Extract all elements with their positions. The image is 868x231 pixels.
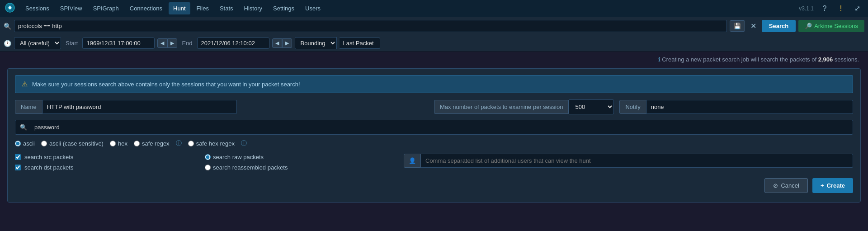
logo — [5, 2, 15, 14]
checkbox-group: search src packets search dst packets — [15, 154, 105, 171]
search-dst-label: search dst packets — [24, 164, 73, 171]
search-dst-checkbox[interactable]: search dst packets — [15, 164, 105, 171]
clock-icon[interactable]: 🕐 — [4, 40, 11, 47]
radio-safe-regex[interactable]: safe regex — [134, 140, 170, 147]
safe-hex-regex-help-icon[interactable]: ⓘ — [241, 139, 247, 147]
max-packets-label: Max number of packets to examine per ses… — [434, 100, 569, 114]
end-date-input[interactable] — [197, 38, 269, 49]
create-label: Create — [827, 182, 845, 189]
nav-spiview[interactable]: SPIView — [56, 2, 87, 14]
clear-button[interactable]: ✕ — [748, 21, 759, 31]
radio-safe-hex-regex-label: safe hex regex — [196, 140, 235, 147]
radio-reassembled-label: search reassembled packets — [213, 164, 288, 171]
nav-spigraph[interactable]: SPIGraph — [89, 2, 123, 14]
bounding-value: Last Packet — [340, 38, 380, 49]
nav-users[interactable]: Users — [301, 2, 325, 14]
radio-ascii-sensitive-label: ascii (case sensitive) — [49, 140, 104, 147]
cancel-label: Cancel — [781, 182, 799, 189]
arkime-icon: 🔎 — [805, 23, 812, 29]
radio-hex[interactable]: hex — [110, 140, 127, 147]
alert-message: Make sure your sessions search above con… — [32, 81, 300, 88]
radio-packet-group: search raw packets search reassembled pa… — [205, 154, 304, 171]
users-input[interactable] — [421, 154, 853, 168]
users-icon: 👤 — [404, 154, 421, 168]
start-label: Start — [64, 40, 80, 47]
nav-sessions[interactable]: Sessions — [21, 2, 54, 14]
search-term-row: 🔍 — [15, 120, 853, 135]
end-nav-arrows: ◀ ▶ — [272, 38, 292, 48]
radio-raw-packets[interactable]: search raw packets — [205, 154, 304, 160]
time-range-select[interactable]: All (careful) — [14, 37, 61, 49]
end-label: End — [180, 40, 194, 47]
users-field-wrap: 👤 — [404, 154, 853, 168]
end-prev-button[interactable]: ◀ — [272, 38, 282, 48]
info-text-after: sessions. — [835, 56, 859, 63]
nav-settings[interactable]: Settings — [269, 2, 299, 14]
search-input[interactable] — [14, 20, 727, 32]
arkime-sessions-button[interactable]: 🔎 Arkime Sessions — [798, 20, 864, 32]
radio-raw-packets-label: search raw packets — [213, 154, 264, 160]
export-button[interactable]: 💾 — [730, 20, 745, 32]
start-date-input[interactable] — [82, 38, 155, 49]
nav-history[interactable]: History — [240, 2, 267, 14]
safe-regex-help-icon[interactable]: ⓘ — [176, 139, 182, 147]
main-content: ℹ Creating a new packet search job will … — [0, 52, 868, 207]
start-prev-button[interactable]: ◀ — [157, 38, 167, 48]
info-text-before: Creating a new packet search job will se… — [662, 56, 818, 63]
hunt-card: ⚠ Make sure your sessions search above c… — [7, 68, 861, 203]
radio-hex-label: hex — [118, 140, 127, 147]
nav-items: Sessions SPIView SPIGraph Connections Hu… — [21, 2, 799, 14]
nav-files[interactable]: Files — [192, 2, 213, 14]
notify-label: Notify — [619, 100, 646, 114]
search-term-icon: 🔍 — [15, 120, 32, 134]
create-button[interactable]: + Create — [812, 178, 853, 193]
radio-safe-regex-label: safe regex — [142, 140, 170, 147]
search-src-checkbox[interactable]: search src packets — [15, 154, 105, 160]
radio-ascii-label: ascii — [23, 140, 35, 147]
search-row: 🔍 💾 ✕ Search 🔎 Arkime Sessions — [0, 17, 868, 35]
search-term-input[interactable] — [32, 120, 853, 134]
start-next-button[interactable]: ▶ — [167, 38, 177, 48]
search-button[interactable]: Search — [762, 20, 796, 32]
end-next-button[interactable]: ▶ — [282, 38, 292, 48]
checkboxes-row: search src packets search dst packets se… — [8, 154, 860, 171]
radio-ascii-sensitive[interactable]: ascii (case sensitive) — [41, 140, 104, 147]
version-label: v3.1.1 — [799, 5, 814, 12]
svg-point-1 — [9, 6, 11, 9]
bounding-select[interactable]: Bounding — [295, 37, 337, 49]
nav-stats[interactable]: Stats — [215, 2, 238, 14]
nav-icon-group: ? ! ⤢ — [818, 2, 863, 15]
cancel-icon: ⊘ — [773, 182, 778, 189]
filter-row: 🕐 All (careful) Start ◀ ▶ End ◀ ▶ Boundi… — [0, 35, 868, 52]
alert-banner: ⚠ Make sure your sessions search above c… — [15, 75, 853, 93]
info-line: ℹ Creating a new packet search job will … — [7, 56, 861, 63]
radio-row: ascii ascii (case sensitive) hex safe re… — [8, 139, 860, 154]
help-icon[interactable]: ? — [818, 2, 831, 15]
radio-ascii[interactable]: ascii — [15, 140, 35, 147]
notify-input[interactable] — [646, 100, 853, 114]
search-icon[interactable]: 🔍 — [4, 23, 11, 30]
search-src-label: search src packets — [24, 154, 73, 160]
cancel-button[interactable]: ⊘ Cancel — [764, 178, 807, 193]
create-icon: + — [821, 182, 824, 189]
name-label: Name — [15, 100, 42, 114]
max-packets-select[interactable]: 500 100 200 1000 2000 — [569, 99, 614, 114]
sessions-count: 2,906 — [818, 56, 833, 63]
nav-hunt[interactable]: Hunt — [169, 2, 190, 14]
form-fields-row: Name Max number of packets to examine pe… — [8, 99, 860, 120]
info-icon: ℹ — [658, 56, 660, 63]
name-input[interactable] — [42, 100, 237, 114]
alert-icon: ⚠ — [22, 80, 28, 88]
alert-icon[interactable]: ! — [835, 2, 847, 15]
radio-reassembled[interactable]: search reassembled packets — [205, 164, 304, 171]
start-nav-arrows: ◀ ▶ — [157, 38, 177, 48]
expand-icon[interactable]: ⤢ — [851, 2, 863, 15]
nav-connections[interactable]: Connections — [125, 2, 167, 14]
footer-row: ⊘ Cancel + Create — [8, 171, 860, 193]
navbar: Sessions SPIView SPIGraph Connections Hu… — [0, 0, 868, 17]
radio-safe-hex-regex[interactable]: safe hex regex — [188, 140, 235, 147]
